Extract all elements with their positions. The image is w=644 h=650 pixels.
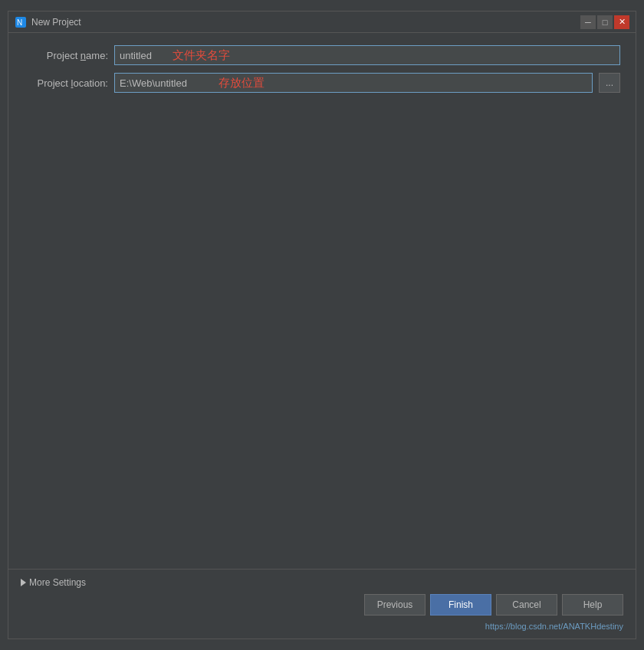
title-bar: N New Project ─ □ ✕ xyxy=(8,11,636,33)
bottom-area: More Settings Previous Finish Cancel Hel… xyxy=(8,569,636,639)
previous-button[interactable]: Previous xyxy=(364,594,426,616)
minimize-button[interactable]: ─ xyxy=(580,15,596,29)
maximize-button[interactable]: □ xyxy=(597,15,613,29)
title-bar-controls: ─ □ ✕ xyxy=(580,15,629,29)
project-location-input-container: 存放位置 xyxy=(114,73,593,93)
project-location-label: Project location: xyxy=(24,77,108,89)
url-hint: https://blog.csdn.net/ANATKHdestiny xyxy=(21,622,623,631)
more-settings-label: More Settings xyxy=(29,577,86,588)
app-icon: N xyxy=(15,16,27,28)
cancel-button[interactable]: Cancel xyxy=(496,594,557,616)
project-name-input[interactable] xyxy=(114,45,620,65)
browse-button[interactable]: ... xyxy=(599,73,620,93)
project-name-label: Project name: xyxy=(24,50,108,61)
more-settings[interactable]: More Settings xyxy=(21,577,623,588)
button-row: Previous Finish Cancel Help xyxy=(21,594,623,616)
content-spacer xyxy=(24,100,620,549)
project-location-row: Project location: 存放位置 ... xyxy=(24,73,620,93)
window-title: New Project xyxy=(31,17,81,28)
new-project-dialog: N New Project ─ □ ✕ Project name: 文件夹名字 … xyxy=(8,11,636,639)
project-location-input[interactable] xyxy=(114,73,593,93)
close-button[interactable]: ✕ xyxy=(614,15,629,29)
title-bar-left: N New Project xyxy=(15,16,81,28)
project-name-row: Project name: 文件夹名字 xyxy=(24,45,620,65)
finish-button[interactable]: Finish xyxy=(430,594,491,616)
dialog-content: Project name: 文件夹名字 Project location: 存放… xyxy=(8,33,636,569)
more-settings-triangle xyxy=(21,579,26,586)
help-button[interactable]: Help xyxy=(562,594,623,616)
svg-text:N: N xyxy=(17,18,22,27)
project-name-input-container: 文件夹名字 xyxy=(114,45,620,65)
